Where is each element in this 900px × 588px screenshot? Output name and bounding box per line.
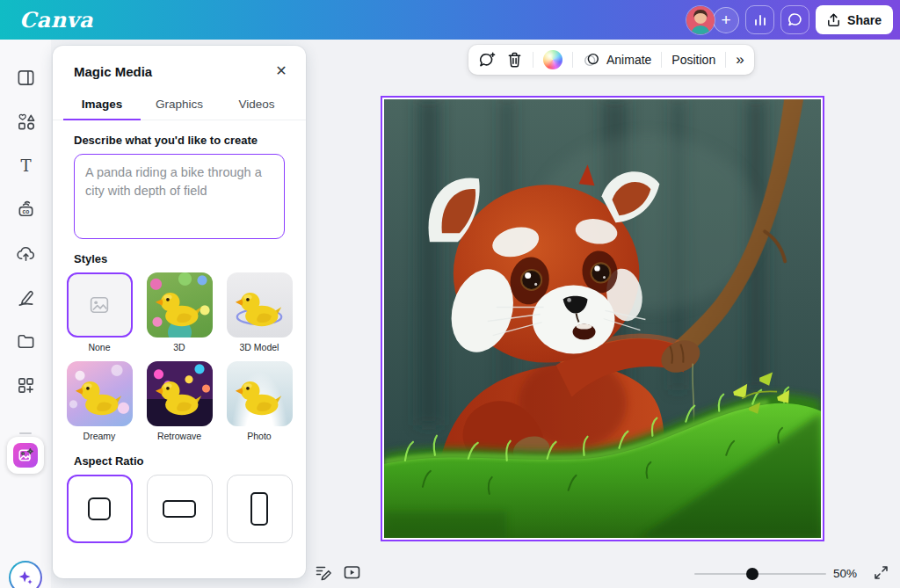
- comment-plus-icon: [478, 51, 497, 69]
- magic-media-panel: Magic Media ✕ Images Graphics Videos Des…: [53, 46, 306, 578]
- panel-header: Magic Media ✕: [53, 46, 306, 87]
- notes-icon: [315, 563, 332, 581]
- sidebar-item-draw[interactable]: [7, 279, 44, 316]
- style-thumb-retrowave: [147, 361, 213, 426]
- style-option-3d-model[interactable]: 3D Model: [227, 272, 293, 352]
- toolbar-divider: [725, 52, 726, 68]
- topbar-actions: + Share: [686, 5, 893, 34]
- style-option-photo[interactable]: Photo: [227, 361, 293, 441]
- toolbar-divider: [661, 52, 662, 68]
- svg-text:T: T: [20, 156, 31, 175]
- speech-bubble-icon: [787, 11, 803, 28]
- style-option-dreamy[interactable]: Dreamy: [67, 361, 133, 441]
- style-thumb-photo: [227, 361, 293, 426]
- expand-icon: [874, 565, 889, 580]
- pen-icon: [16, 287, 36, 308]
- sidebar-item-apps[interactable]: [7, 367, 44, 403]
- tab-images[interactable]: Images: [63, 91, 141, 120]
- sidebar-item-elements[interactable]: [7, 103, 44, 140]
- sidebar-divider: [19, 432, 32, 434]
- style-option-none[interactable]: None: [67, 272, 133, 352]
- toolbar-divider: [533, 52, 533, 68]
- insights-button[interactable]: [745, 5, 774, 34]
- elements-icon: [16, 112, 36, 132]
- position-button[interactable]: Position: [671, 53, 715, 67]
- color-wheel-button[interactable]: [543, 50, 562, 69]
- fullscreen-button[interactable]: [874, 565, 889, 583]
- sidebar-item-design[interactable]: [7, 59, 44, 96]
- sidebar-item-text[interactable]: T: [7, 147, 44, 184]
- bar-chart-icon: [752, 12, 768, 28]
- trash-icon: [506, 51, 523, 69]
- styles-heading: Styles: [74, 252, 285, 265]
- square-shape-icon: [88, 497, 111, 520]
- aspect-ratio-heading: Aspect Ratio: [74, 454, 285, 468]
- panel-tabs: Images Graphics Videos: [53, 91, 306, 120]
- tab-videos[interactable]: Videos: [218, 91, 295, 120]
- add-member-button[interactable]: +: [713, 7, 739, 33]
- add-comment-button[interactable]: [478, 51, 497, 69]
- export-icon: [827, 13, 840, 27]
- share-label: Share: [847, 13, 882, 27]
- portrait-shape-icon: [250, 492, 268, 526]
- canva-assistant-button[interactable]: [9, 561, 42, 588]
- sidebar-item-uploads[interactable]: [7, 235, 44, 272]
- aspect-ratio-portrait[interactable]: [227, 475, 293, 543]
- animate-icon: [583, 51, 600, 69]
- generated-image-red-panda: [384, 99, 821, 538]
- zoom-slider[interactable]: [694, 573, 826, 575]
- present-icon: [343, 563, 361, 581]
- aspect-ratio-landscape[interactable]: [147, 475, 213, 543]
- apps-grid-icon: [16, 375, 36, 396]
- share-button[interactable]: Share: [816, 5, 893, 34]
- canvas-page[interactable]: [384, 99, 821, 538]
- prompt-label: Describe what you'd like to create: [74, 134, 285, 147]
- toolbar-divider: [572, 52, 573, 68]
- cloud-upload-icon: [16, 243, 36, 264]
- sidebar-item-brand[interactable]: co: [7, 191, 44, 228]
- more-options-button[interactable]: »: [736, 51, 744, 69]
- canva-logo[interactable]: Canva: [19, 7, 93, 33]
- notes-button[interactable]: [315, 563, 332, 584]
- sidebar-item-projects[interactable]: [7, 323, 44, 359]
- sidebar-item-magic-media[interactable]: [7, 437, 44, 474]
- sidebar: T co: [0, 40, 51, 588]
- zoom-slider-thumb[interactable]: [746, 568, 758, 580]
- text-icon: T: [16, 156, 36, 176]
- design-icon: [16, 68, 36, 88]
- folder-icon: [16, 331, 36, 352]
- animate-button[interactable]: Animate: [583, 51, 651, 69]
- style-thumb-3d: [147, 272, 213, 338]
- panel-title: Magic Media: [74, 64, 152, 79]
- style-thumb-3d-model: [227, 272, 293, 338]
- brand-icon: co: [16, 200, 36, 220]
- style-option-retrowave[interactable]: Retrowave: [147, 361, 213, 441]
- style-thumb-none: [67, 272, 133, 338]
- aspect-ratio-square[interactable]: [67, 475, 133, 543]
- animate-label: Animate: [606, 53, 651, 67]
- svg-text:co: co: [22, 207, 29, 214]
- aspect-ratio-grid: [53, 475, 306, 543]
- object-toolbar: Animate Position »: [468, 45, 754, 75]
- avatar-image: [686, 6, 715, 34]
- close-panel-button[interactable]: ✕: [271, 61, 292, 82]
- topbar: Canva +: [0, 0, 900, 40]
- prompt-input[interactable]: [74, 154, 285, 239]
- styles-grid: None 3D 3D Model Dreamy: [53, 272, 306, 441]
- present-button[interactable]: [343, 563, 361, 584]
- style-thumb-dreamy: [67, 361, 133, 426]
- zoom-level[interactable]: 50%: [833, 567, 857, 580]
- magic-media-icon: [13, 443, 38, 468]
- sparkle-icon: [11, 563, 40, 588]
- delete-button[interactable]: [506, 51, 523, 69]
- comments-button[interactable]: [780, 5, 809, 34]
- style-option-3d[interactable]: 3D: [147, 272, 213, 352]
- avatar[interactable]: [686, 6, 715, 34]
- position-label: Position: [671, 53, 715, 67]
- landscape-shape-icon: [163, 500, 196, 518]
- image-placeholder-icon: [90, 295, 109, 315]
- tab-graphics[interactable]: Graphics: [141, 91, 218, 120]
